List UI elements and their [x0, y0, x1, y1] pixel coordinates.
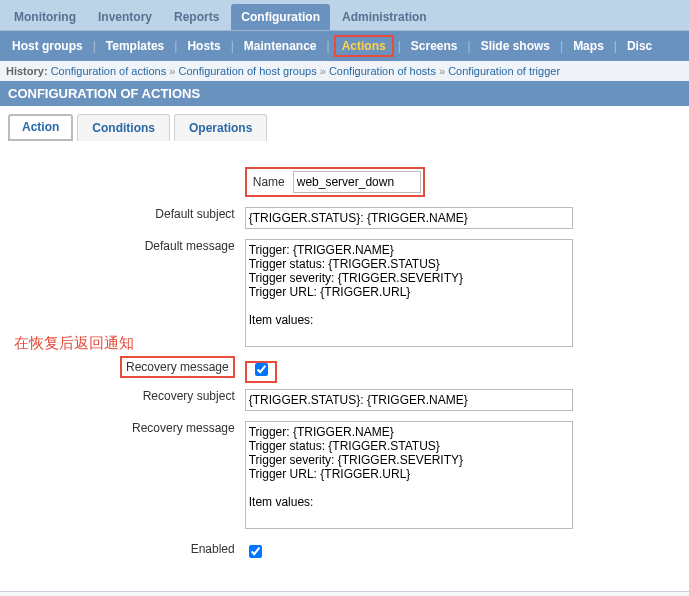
topnav-inventory[interactable]: Inventory	[88, 4, 162, 30]
topnav-reports[interactable]: Reports	[164, 4, 229, 30]
default-subject-label: Default subject	[120, 203, 243, 233]
sub-nav: Host groups| Templates| Hosts| Maintenan…	[0, 31, 689, 61]
subnav-maintenance[interactable]: Maintenance	[238, 37, 323, 55]
breadcrumb: History: Configuration of actions » Conf…	[0, 61, 689, 81]
topnav-administration[interactable]: Administration	[332, 4, 437, 30]
recovery-body-textarea[interactable]: Trigger: {TRIGGER.NAME} Trigger status: …	[245, 421, 573, 529]
name-input[interactable]	[293, 171, 421, 193]
enabled-checkbox[interactable]	[249, 545, 262, 558]
tab-action[interactable]: Action	[8, 114, 73, 141]
recovery-message-label: Recovery message	[126, 360, 229, 374]
enabled-label: Enabled	[120, 538, 243, 565]
topnav-monitoring[interactable]: Monitoring	[4, 4, 86, 30]
topnav-configuration[interactable]: Configuration	[231, 4, 330, 30]
recovery-body-label: Recovery message	[120, 417, 243, 536]
subnav-hostgroups[interactable]: Host groups	[6, 37, 89, 55]
history-crumb[interactable]: Configuration of host groups	[178, 65, 316, 77]
recovery-checkbox-highlight	[245, 361, 277, 383]
history-prefix: History:	[6, 65, 48, 77]
recovery-checkbox-highlight: Recovery message	[120, 356, 235, 378]
form-tabs: Action Conditions Operations	[0, 106, 689, 141]
subnav-discovery[interactable]: Disc	[621, 37, 658, 55]
name-label: Name	[249, 175, 293, 189]
recovery-message-checkbox[interactable]	[255, 363, 268, 376]
default-message-label: Default message	[120, 235, 243, 354]
tab-operations[interactable]: Operations	[174, 114, 267, 141]
recovery-subject-label: Recovery subject	[120, 385, 243, 415]
form-footer: Add Cancel	[0, 591, 689, 596]
subnav-actions[interactable]: Actions	[334, 35, 394, 57]
recovery-subject-input[interactable]	[245, 389, 573, 411]
tab-conditions[interactable]: Conditions	[77, 114, 170, 141]
subnav-maps[interactable]: Maps	[567, 37, 610, 55]
action-form: Name Default subject Default message Tri…	[0, 141, 689, 575]
subnav-screens[interactable]: Screens	[405, 37, 464, 55]
top-nav: Monitoring Inventory Reports Configurati…	[0, 0, 689, 31]
history-crumb[interactable]: Configuration of trigger	[448, 65, 560, 77]
subnav-slideshows[interactable]: Slide shows	[475, 37, 556, 55]
default-subject-input[interactable]	[245, 207, 573, 229]
name-field-highlight: Name	[245, 167, 425, 197]
recovery-annotation: 在恢复后返回通知	[14, 334, 134, 353]
history-crumb[interactable]: Configuration of hosts	[329, 65, 436, 77]
page-title: CONFIGURATION OF ACTIONS	[0, 81, 689, 106]
default-message-textarea[interactable]: Trigger: {TRIGGER.NAME} Trigger status: …	[245, 239, 573, 347]
subnav-templates[interactable]: Templates	[100, 37, 170, 55]
history-crumb[interactable]: Configuration of actions	[51, 65, 167, 77]
subnav-hosts[interactable]: Hosts	[181, 37, 226, 55]
